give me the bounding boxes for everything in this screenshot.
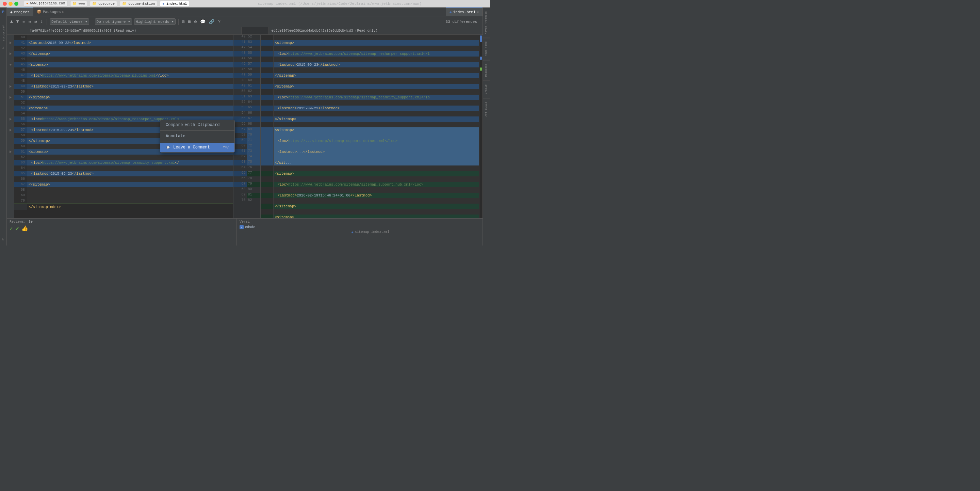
diff-line-66: 66 <box>14 176 233 182</box>
database-tab[interactable]: Database <box>483 60 490 80</box>
close-button[interactable] <box>3 2 7 6</box>
context-menu-item-annotate[interactable]: Annotate <box>160 131 234 141</box>
prev-diff-button[interactable]: ▲ <box>10 18 14 25</box>
right-line-84 <box>261 209 479 215</box>
fold-triangle[interactable] <box>10 41 11 44</box>
help-icon[interactable]: ? <box>217 18 221 25</box>
favorites-icon[interactable]: 2 <box>0 45 6 51</box>
left-pane-header: fa49791ba4fe99354204b3be7fd80965d23af06f… <box>27 27 242 34</box>
tab-bar: ◈ Project 📦 Packages ▶ ◈ index.html ✕ <box>7 8 482 16</box>
right-line-72-highlight <box>261 144 479 149</box>
reviews-tab-btn[interactable]: Se <box>29 220 33 224</box>
diff-line-52: 52 <box>14 100 233 105</box>
ignore-select[interactable]: Do not ignore ▾ <box>95 18 132 25</box>
diff-line-64: 64 <box>14 166 233 171</box>
maximize-button[interactable] <box>14 2 18 6</box>
diff-line-46: 46 <box>14 67 233 73</box>
diff-line-40: 40 <box>14 35 233 40</box>
right-line-79: <loc>https://www.jetbrains.com/sitemap/s… <box>261 182 479 187</box>
highlight-select[interactable]: Highlight words ▾ <box>134 18 176 25</box>
review-check-btn[interactable]: ✔ <box>16 225 19 232</box>
right-line-53: <sitemap> <box>261 40 479 46</box>
minimize-button[interactable] <box>8 2 13 6</box>
diff-count: 33 differences <box>446 20 480 24</box>
diff-line-43: 43 </sitemap> <box>14 51 233 57</box>
tab-packages[interactable]: 📦 Packages ▶ <box>33 8 68 16</box>
art-build-tab[interactable]: Art Build <box>483 98 490 120</box>
align-icon[interactable]: ⊟ <box>181 18 185 25</box>
review-accept-btn[interactable]: ✓ <box>10 225 13 232</box>
fold-row-4[interactable] <box>7 84 14 89</box>
diff-line-41: 41 <lastmod>2015-09-23</lastmod> <box>14 40 233 46</box>
right-line-58 <box>261 67 479 73</box>
right-line-80 <box>261 187 479 193</box>
version-checkbox[interactable]: ✓ <box>240 225 243 229</box>
fold-row-3[interactable] <box>7 62 14 67</box>
right-line-61: <sitemap> <box>261 84 479 89</box>
window-title: sitemap_index.xml (/Users/jetbrains/Code… <box>192 2 487 6</box>
project-icon[interactable]: P <box>0 9 6 15</box>
diff-line-47: 47 <loc>https://www.jetbrains.com/sitema… <box>14 73 233 78</box>
center-line-numbers: 4052 4153 4254 4355 4456 4557 4658 4759 … <box>234 35 261 218</box>
right-line-83: </sitemap> <box>261 204 479 209</box>
diff-line-65: 65 <lastmod>2015-09-23</lastmod> <box>14 171 233 176</box>
swap-icon[interactable]: ⇄ <box>34 18 38 25</box>
browser-tab-upsource[interactable]: 📁 upsource <box>90 1 117 7</box>
viewer-select[interactable]: Default viewer ▾ <box>50 18 89 25</box>
fold-row-8[interactable] <box>7 149 14 155</box>
settings-icon[interactable]: ⚙ <box>194 18 198 25</box>
structure-label[interactable]: Structure <box>0 31 6 37</box>
right-line-78 <box>261 176 479 182</box>
browser-tab-jetbrains[interactable]: ● www.jetbrains.com <box>24 1 67 6</box>
browser-tab-indexhtml[interactable]: ◈ index.html <box>160 1 189 7</box>
right-line-55: <loc>https://www.jetbrains.com/sitemap/s… <box>261 51 479 57</box>
left-icon-bar: P 1 Structure 2 W <box>0 8 7 246</box>
fold-row-6[interactable] <box>7 116 14 122</box>
diff-line-49: 49 <lastmod>2015-09-23</lastmod> <box>14 84 233 89</box>
diff-line-42: 42 <box>14 46 233 51</box>
gradle-tab[interactable]: Gradle <box>483 81 490 98</box>
right-scrollbar[interactable] <box>479 35 482 218</box>
fold-row-5[interactable] <box>7 95 14 100</box>
diff-line-53: 53 <sitemap> <box>14 105 233 111</box>
right-line-73-highlight: <lastmod>...</lastmod> <box>261 149 479 155</box>
browser-bar: ● www.jetbrains.com 📁 www 📁 upsource 📁 d… <box>0 0 490 8</box>
context-menu-item-compare[interactable]: Compare with Clipboard <box>160 120 234 130</box>
right-line-82 <box>261 198 479 204</box>
next-diff-button[interactable]: ▼ <box>16 18 20 25</box>
right-line-63: <loc>https://www.jetbrains.com/sitemap/s… <box>261 95 479 100</box>
view-icon[interactable]: ⊞ <box>188 18 192 25</box>
web-icon[interactable]: W <box>0 237 6 243</box>
comment-icon[interactable]: 💬 <box>199 18 206 25</box>
link-icon[interactable]: 🔗 <box>208 18 215 25</box>
comment-label: Leave a Comment <box>173 145 210 150</box>
diff-line-70: 70 <box>14 198 233 204</box>
right-line-68 <box>261 122 479 128</box>
fold-row[interactable] <box>7 40 14 46</box>
browser-tab-www[interactable]: 📁 www <box>70 1 87 7</box>
context-menu-sep-2 <box>160 142 234 142</box>
sidebar-left-icon[interactable]: ⇐ <box>22 18 26 25</box>
sidebar-right-icon[interactable]: ⇒ <box>27 18 32 25</box>
diff-line-sitemapindex: </sitemapindex> <box>14 204 233 210</box>
news-tab[interactable]: News Feed <box>483 38 490 60</box>
expand-icon[interactable]: ↕ <box>40 18 44 25</box>
tab-project[interactable]: ◈ Project <box>7 8 33 16</box>
tab-indexhtml-file[interactable]: ◈ index.html ✕ <box>446 8 482 16</box>
fold-row-7[interactable] <box>7 128 14 133</box>
review-thumb-btn[interactable]: 👍 <box>21 225 28 232</box>
diff-line-69: 69 <box>14 193 233 198</box>
right-line-85: <sitemap> <box>261 215 479 218</box>
right-line-77: <sitemap> <box>261 171 479 176</box>
close-tab-icon[interactable]: ✕ <box>477 10 479 14</box>
browser-tab-documentation[interactable]: 📁 documentation <box>120 1 157 7</box>
right-line-54 <box>261 46 479 51</box>
right-line-74-highlight <box>261 155 479 160</box>
fold-row-2[interactable] <box>7 51 14 57</box>
right-pane-header: ed9de307bee3091acd4abdb6f2a36e9dd9db4cd3… <box>269 27 483 34</box>
version-label: Versi <box>240 220 255 224</box>
context-menu-item-comment[interactable]: 💬 Leave a Comment ⌥⌘/ <box>160 143 234 152</box>
right-line-70-highlight <box>261 133 479 138</box>
file-header-row: fa49791ba4fe99354204b3be7fd80965d23af06f… <box>7 27 482 35</box>
maven-tab[interactable]: Maven Projects <box>483 8 490 37</box>
